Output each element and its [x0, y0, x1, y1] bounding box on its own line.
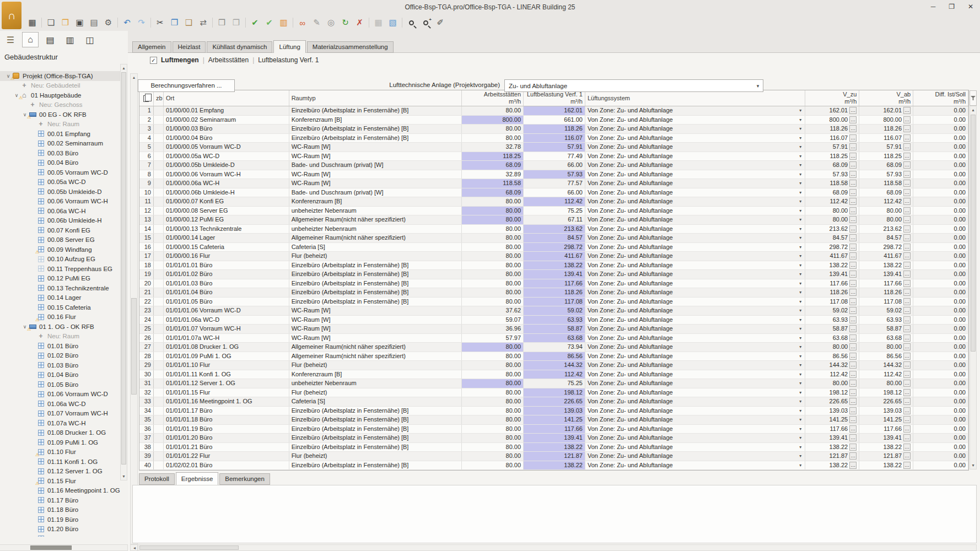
cell-vzu[interactable]: 411.67…: [805, 252, 859, 261]
cell-vab[interactable]: 118.26…: [859, 288, 913, 297]
cell-system[interactable]: Von Zone: Zu- und Abluftanlage▾: [585, 370, 805, 379]
tree-item[interactable]: 01.06 Vorraum WC-D: [0, 390, 120, 399]
table-row[interactable]: 1301/00/00.12 PuMi EGAllgemeiner Raum(ni…: [139, 215, 968, 225]
cell-vzu[interactable]: 86.56…: [805, 352, 859, 361]
calculator-icon[interactable]: ▦: [371, 17, 385, 29]
cell-system[interactable]: Von Zone: Zu- und Abluftanlage▾: [585, 143, 805, 152]
cell-arb[interactable]: 80.00: [462, 461, 524, 470]
cell-arb[interactable]: 37.62: [462, 306, 524, 315]
cell-luft[interactable]: 118.26: [524, 125, 585, 133]
more-options-button[interactable]: …: [849, 225, 857, 233]
cell-vab[interactable]: 117.66…: [859, 279, 913, 288]
close-button[interactable]: ✕: [968, 3, 973, 10]
more-options-button[interactable]: …: [849, 398, 857, 405]
cell-vab[interactable]: 117.08…: [859, 298, 913, 306]
cell-luft[interactable]: 73.94: [524, 343, 585, 352]
selection-icon[interactable]: ▧: [386, 17, 400, 29]
main-menu-icon[interactable]: ☰: [2, 32, 19, 47]
cell-vab[interactable]: 116.07…: [859, 134, 913, 143]
cell-vzu[interactable]: 118.58…: [805, 179, 859, 188]
form-vertical-scrollbar[interactable]: ▴ ▾: [130, 73, 138, 544]
cell-vzu[interactable]: 68.09…: [805, 188, 859, 197]
table-row[interactable]: 2501/01/01.07 Vorraum WC-HWC-Raum [W]36.…: [139, 325, 968, 334]
more-options-button[interactable]: …: [849, 134, 857, 142]
more-options-button[interactable]: …: [903, 244, 911, 251]
table-row[interactable]: 2001/01/01.03 BüroEinzelbüro (Arbeitspla…: [139, 279, 968, 289]
table-row[interactable]: 401/00/00.04 BüroEinzelbüro (Arbeitsplat…: [139, 134, 968, 143]
table-row[interactable]: 801/00/00.06 Vorraum WC-HWC-Raum [W]32.8…: [139, 170, 968, 180]
cell-vab[interactable]: 118.58…: [859, 179, 913, 188]
table-row[interactable]: 1801/01/01.01 BüroEinzelbüro (Arbeitspla…: [139, 261, 968, 271]
tree-item[interactable]: 01.06a WC-D: [0, 399, 120, 409]
cell-vzu[interactable]: 121.87…: [805, 452, 859, 461]
cell-system[interactable]: Von Zone: Zu- und Abluftanlage▾: [585, 188, 805, 197]
tree-item[interactable]: 00.03 Büro: [0, 148, 120, 158]
cell-luft[interactable]: 226.65: [524, 397, 585, 406]
edit-icon[interactable]: ✎: [310, 17, 324, 29]
cell-vab[interactable]: 138.22…: [859, 461, 913, 470]
cell-vab[interactable]: 298.72…: [859, 243, 913, 252]
dropdown-arrow-icon[interactable]: ▾: [796, 388, 804, 397]
cell-num[interactable]: 11: [139, 197, 154, 206]
table-row[interactable]: 3701/01/01.20 BüroEinzelbüro (Arbeitspla…: [139, 434, 968, 443]
minimize-button[interactable]: ─: [931, 3, 936, 10]
tree-item[interactable]: 01.18 Büro: [0, 505, 120, 515]
redo-icon[interactable]: ↷: [134, 17, 148, 29]
cell-arb[interactable]: 80.00: [462, 407, 524, 415]
cell-vab[interactable]: 138.22…: [859, 261, 913, 270]
cell-luft[interactable]: 411.67: [524, 252, 585, 261]
more-options-button[interactable]: …: [903, 234, 911, 241]
dropdown-arrow-icon[interactable]: ▾: [796, 125, 804, 133]
cell-arb[interactable]: 36.96: [462, 325, 524, 333]
cell-num[interactable]: 6: [139, 152, 154, 161]
dropdown-arrow-icon[interactable]: ▾: [796, 207, 804, 215]
home-view-icon[interactable]: ⌂: [22, 32, 39, 47]
report-document-icon[interactable]: ▥: [277, 17, 290, 29]
more-options-button[interactable]: …: [903, 361, 911, 369]
table-row[interactable]: 301/00/00.03 BüroEinzelbüro (Arbeitsplat…: [139, 125, 968, 134]
tree-item[interactable]: 01.11 Konfi 1. OG: [0, 457, 120, 467]
cell-system[interactable]: Von Zone: Zu- und Abluftanlage▾: [585, 397, 805, 406]
cell-vzu[interactable]: 162.01…: [805, 106, 859, 115]
scrollbar-thumb[interactable]: [30, 545, 72, 550]
more-options-button[interactable]: …: [849, 452, 857, 460]
recalculate-icon[interactable]: ↻: [338, 17, 352, 29]
more-options-button[interactable]: …: [849, 307, 857, 314]
report-view-icon[interactable]: ◫: [82, 32, 98, 47]
cell-num[interactable]: 5: [139, 143, 154, 152]
cell-luft[interactable]: 66.00: [524, 188, 585, 197]
cell-vzu[interactable]: 57.93…: [805, 170, 859, 179]
scroll-down-icon[interactable]: ▾: [970, 462, 976, 469]
cell-vzu[interactable]: 84.57…: [805, 234, 859, 242]
cell-vab[interactable]: 112.42…: [859, 197, 913, 206]
cell-luft[interactable]: 67.11: [524, 215, 585, 224]
cell-vzu[interactable]: 116.07…: [805, 134, 859, 143]
more-options-button[interactable]: …: [903, 134, 911, 142]
cell-luft[interactable]: 117.08: [524, 298, 585, 306]
tree-item[interactable]: 00.05 Vorraum WC-D: [0, 168, 120, 177]
cell-vab[interactable]: 800.00…: [859, 116, 913, 125]
more-options-button[interactable]: …: [903, 389, 911, 396]
cell-system[interactable]: Von Zone: Zu- und Abluftanlage▾: [585, 215, 805, 224]
table-row[interactable]: 1201/00/00.08 Server EGunbeheizter Neben…: [139, 207, 968, 216]
save-icon[interactable]: ▣: [73, 17, 87, 29]
dropdown-arrow-icon[interactable]: ▾: [796, 425, 804, 434]
cell-vzu[interactable]: 117.08…: [805, 298, 859, 306]
cell-num[interactable]: 36: [139, 425, 154, 434]
check-documents-icon[interactable]: ✔: [262, 17, 276, 29]
sidebar-vertical-scrollbar[interactable]: ▴ ▾: [120, 64, 127, 480]
cell-arb[interactable]: 80.00: [462, 425, 524, 434]
tree-item[interactable]: 00.06b Umkleide-H: [0, 216, 120, 226]
cell-vzu[interactable]: 298.72…: [805, 243, 859, 252]
cell-vzu[interactable]: 138.22…: [805, 261, 859, 270]
cell-num[interactable]: 18: [139, 261, 154, 270]
cell-system[interactable]: Von Zone: Zu- und Abluftanlage▾: [585, 379, 805, 388]
cell-system[interactable]: Von Zone: Zu- und Abluftanlage▾: [585, 207, 805, 215]
cell-arb[interactable]: 80.00: [462, 415, 524, 424]
dropdown-arrow-icon[interactable]: ▾: [796, 370, 804, 379]
cell-vzu[interactable]: 139.41…: [805, 434, 859, 442]
more-options-button[interactable]: …: [849, 234, 857, 241]
dropdown-arrow-icon[interactable]: ▾: [796, 407, 804, 415]
scrollbar-thumb[interactable]: [139, 545, 239, 550]
cell-luft[interactable]: 198.12: [524, 388, 585, 397]
